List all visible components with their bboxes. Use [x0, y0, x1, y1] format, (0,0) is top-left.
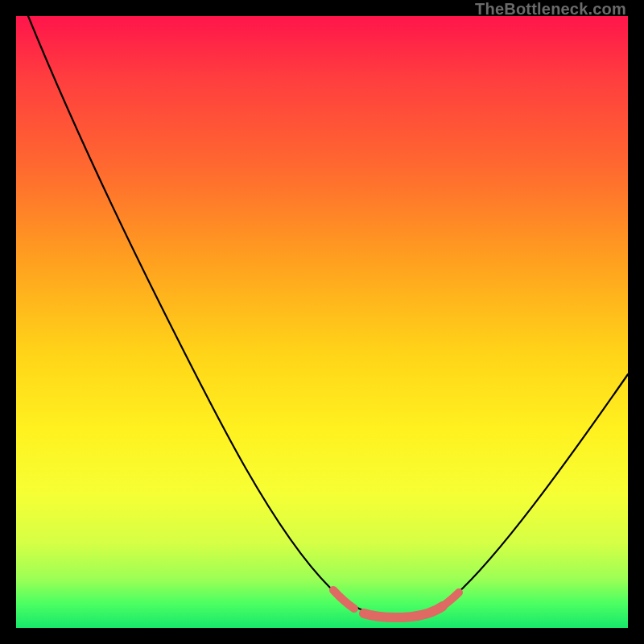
- highlight-segment-bottom: [364, 606, 443, 617]
- plot-area: [16, 16, 628, 628]
- chart-stage: TheBottleneck.com: [0, 0, 644, 644]
- bottleneck-curve: [28, 16, 628, 617]
- curve-svg: [16, 16, 628, 628]
- highlight-segment-right: [443, 592, 459, 606]
- highlight-segment-left: [333, 590, 354, 609]
